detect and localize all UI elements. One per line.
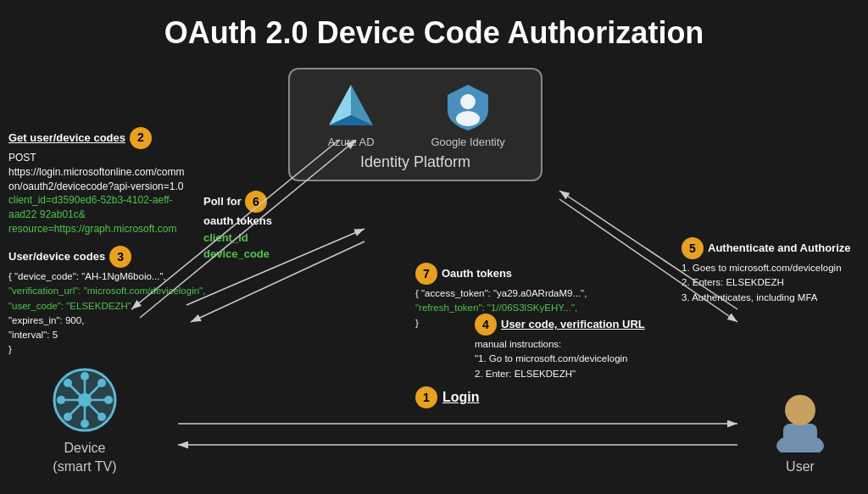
step-3-circle: 3 bbox=[109, 246, 131, 268]
svg-point-17 bbox=[64, 379, 72, 387]
svg-point-19 bbox=[97, 379, 106, 387]
auth-title: Authenticate and Authorize bbox=[708, 240, 851, 257]
svg-point-15 bbox=[57, 396, 65, 404]
svg-point-23 bbox=[785, 395, 815, 425]
step-2-circle: 2 bbox=[130, 127, 152, 149]
poll-block: Poll for 6 oauth tokens client_id device… bbox=[203, 191, 272, 263]
google-identity-icon: Google Identity bbox=[431, 81, 504, 148]
svg-point-13 bbox=[81, 372, 89, 380]
device-codes-line3: "user_code": "ELSEKDEZH", bbox=[8, 299, 212, 314]
device-codes-line2: "verification_url": "microsoft.com/devic… bbox=[8, 284, 212, 298]
device-codes-line5: "interval": 5 bbox=[8, 328, 212, 342]
device-codes-block: User/device codes 3 { "device_code": "AH… bbox=[8, 246, 212, 358]
user-label: User bbox=[766, 459, 834, 475]
login-label: 1 Login bbox=[415, 386, 480, 408]
svg-point-4 bbox=[460, 94, 476, 109]
auth-item2: 2. Enters: ELSEKDEZH bbox=[682, 275, 860, 290]
azure-ad-icon: Azure AD bbox=[326, 81, 376, 148]
get-codes-url: https://login.microsoftonline.com/comm o… bbox=[8, 165, 195, 194]
auth-block: 5 Authenticate and Authorize 1. Goes to … bbox=[682, 237, 860, 305]
svg-point-18 bbox=[97, 413, 106, 421]
get-codes-param1: client_id=d3590ed6-52b3-4102-aeff-aad22 … bbox=[8, 193, 195, 222]
oauth-tokens-line1: { "access_token": "ya29.a0ARrdaM9...", bbox=[415, 286, 610, 301]
get-codes-block: Get user/device codes 2 POST https://log… bbox=[8, 127, 195, 236]
identity-platform-label: Identity Platform bbox=[298, 153, 532, 171]
auth-item1: 1. Goes to microsoft.com/devicelogin bbox=[682, 261, 860, 275]
poll-subheader: oauth tokens bbox=[203, 213, 272, 230]
step-1-circle: 1 bbox=[415, 386, 437, 408]
user-code-desc1: manual instructions: bbox=[475, 337, 678, 352]
poll-param1: client_id bbox=[203, 230, 272, 247]
device-codes-line6: } bbox=[8, 342, 212, 357]
device-label: Device bbox=[51, 441, 119, 456]
svg-point-12 bbox=[78, 393, 92, 407]
svg-point-16 bbox=[104, 396, 113, 404]
svg-point-5 bbox=[456, 111, 480, 126]
user-code-block: 4 User code, verification URL manual ins… bbox=[475, 314, 678, 381]
user-code-desc3: 2. Enter: ELSEKDEZH" bbox=[475, 367, 678, 381]
step-5-circle: 5 bbox=[682, 237, 704, 259]
auth-item3: 3. Authenticates, including MFA bbox=[682, 291, 860, 305]
user-code-title: User code, verification URL bbox=[501, 316, 645, 333]
get-codes-title: Get user/device codes bbox=[8, 130, 125, 146]
poll-header: Poll for bbox=[203, 193, 242, 210]
step-4-circle: 4 bbox=[475, 314, 497, 336]
main-title: OAuth 2.0 Device Code Authorization bbox=[0, 0, 868, 59]
step-6-circle: 6 bbox=[245, 191, 267, 213]
user-code-desc2: "1. Go to microsoft.com/devicelogin bbox=[475, 352, 678, 366]
device-sublabel: (smart TV) bbox=[51, 459, 119, 475]
device-codes-line4: "expires_in": 900, bbox=[8, 314, 212, 328]
device-icon: Device (smart TV) bbox=[51, 366, 119, 475]
poll-param2: device_code bbox=[203, 246, 272, 263]
identity-platform: Azure AD Google Identity Identity Platfo… bbox=[288, 68, 542, 181]
svg-point-14 bbox=[81, 419, 89, 428]
user-icon: User bbox=[766, 385, 834, 475]
oauth-tokens-title: Oauth tokens bbox=[442, 265, 512, 282]
step-7-circle: 7 bbox=[415, 263, 437, 285]
device-codes-line1: { "device_code": "AH-1NgM6boio...", bbox=[8, 269, 212, 284]
login-text: Login bbox=[442, 390, 480, 405]
get-codes-param2: resource=https://graph.microsoft.com bbox=[8, 222, 195, 236]
device-codes-title: User/device codes bbox=[8, 248, 105, 265]
svg-rect-22 bbox=[783, 424, 817, 442]
svg-point-20 bbox=[64, 413, 72, 421]
get-codes-method: POST bbox=[8, 151, 195, 165]
